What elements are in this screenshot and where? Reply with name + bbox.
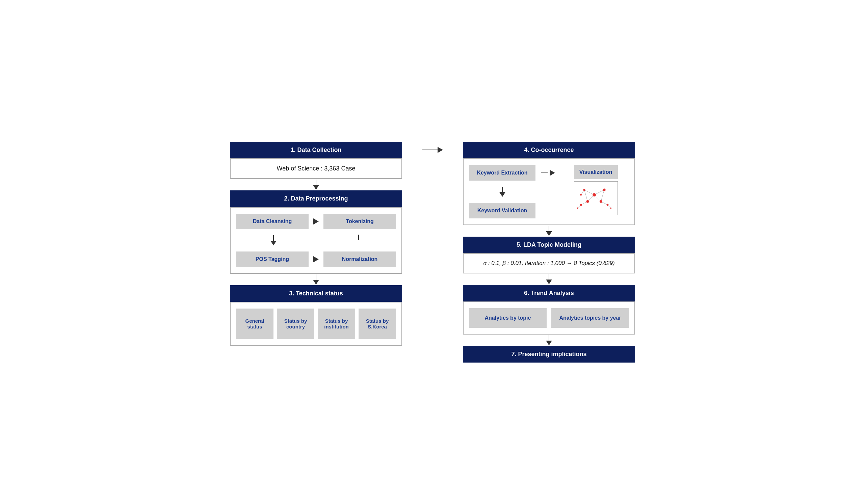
keyword-extraction-btn: Keyword Extraction <box>469 165 535 180</box>
arrow-pos-normalization <box>313 256 319 262</box>
general-status-btn: General status <box>236 308 274 339</box>
svg-point-19 <box>577 207 578 209</box>
svg-line-7 <box>584 190 587 201</box>
status-by-skorea-btn: Status by S.Korea <box>359 308 396 339</box>
preprocess-row-1: Data Cleansing Tokenizing <box>236 214 396 229</box>
step2-header: 2. Data Preprocessing <box>230 190 402 207</box>
normalization-btn: Normalization <box>323 251 396 267</box>
svg-point-15 <box>583 189 585 191</box>
analytics-by-topic-btn: Analytics by topic <box>469 308 546 328</box>
cooccurrence-inner: Keyword Extraction Keyword Validation <box>469 165 629 219</box>
step1-content: Web of Science : 3,363 Case <box>277 165 356 172</box>
lda-params: α : 0.1, β : 0.01, Iteration : 1,000 → 8… <box>483 260 614 267</box>
cooccurrence-left: Keyword Extraction Keyword Validation <box>469 165 535 219</box>
data-cleansing-btn: Data Cleansing <box>236 214 309 229</box>
keyword-validation-btn: Keyword Validation <box>469 203 535 219</box>
left-column: 1. Data Collection Web of Science : 3,36… <box>230 142 402 346</box>
cooccurrence-right: Visualization <box>563 165 629 215</box>
arrow-5-6 <box>546 274 552 284</box>
step5-header: 5. LDA Topic Modeling <box>463 237 635 253</box>
step7-header: 7. Presenting implications <box>463 346 635 363</box>
mid-arrow-row <box>236 235 396 246</box>
arrow-6-7 <box>546 335 552 345</box>
visualization-btn: Visualization <box>574 165 618 179</box>
step6-box: Analytics by topic Analytics topics by y… <box>463 302 635 335</box>
svg-line-0 <box>594 190 604 195</box>
horizontal-arrow <box>422 142 443 150</box>
svg-point-17 <box>580 203 582 206</box>
arrow-1-2 <box>313 179 319 190</box>
step4-box: Keyword Extraction Keyword Validation <box>463 158 635 225</box>
h-arrow-line <box>422 150 443 150</box>
visualization-chart <box>574 181 618 215</box>
diagram-container: 1. Data Collection Web of Science : 3,36… <box>230 142 635 363</box>
svg-point-20 <box>580 194 582 196</box>
preprocess-row-2: POS Tagging Normalization <box>236 251 396 267</box>
step3-box: General status Status by country Status … <box>230 302 402 346</box>
step4-header: 4. Co-occurrence <box>463 142 635 158</box>
svg-line-3 <box>584 190 594 195</box>
tokenizing-btn: Tokenizing <box>323 214 396 229</box>
pos-tagging-btn: POS Tagging <box>236 251 309 267</box>
step1-header: 1. Data Collection <box>230 142 402 158</box>
preprocess-grid: Data Cleansing Tokenizing <box>236 214 396 267</box>
step6-header: 6. Trend Analysis <box>463 285 635 302</box>
status-by-institution-btn: Status by institution <box>318 308 355 339</box>
arrow-to-viz <box>550 170 555 176</box>
arrow-2-3 <box>313 274 319 284</box>
status-row: General status Status by country Status … <box>236 308 396 339</box>
step5-box: α : 0.1, β : 0.01, Iteration : 1,000 → 8… <box>463 253 635 273</box>
arrow-4-5 <box>546 226 552 236</box>
svg-point-13 <box>599 200 602 202</box>
svg-line-5 <box>601 190 604 201</box>
svg-point-12 <box>603 188 606 191</box>
step3-header: 3. Technical status <box>230 285 402 302</box>
right-column: 4. Co-occurrence Keyword Extraction Keyw… <box>463 142 635 363</box>
step2-box: Data Cleansing Tokenizing <box>230 207 402 274</box>
analytics-topics-by-year-btn: Analytics topics by year <box>551 308 629 328</box>
arrow-cleansing-tokenizing <box>313 219 319 224</box>
step1-box: Web of Science : 3,363 Case <box>230 158 402 179</box>
trend-row: Analytics by topic Analytics topics by y… <box>469 308 629 328</box>
svg-point-11 <box>592 193 596 197</box>
svg-point-14 <box>586 200 589 202</box>
svg-point-16 <box>607 203 608 206</box>
svg-point-18 <box>610 207 611 209</box>
status-by-country-btn: Status by country <box>277 308 314 339</box>
